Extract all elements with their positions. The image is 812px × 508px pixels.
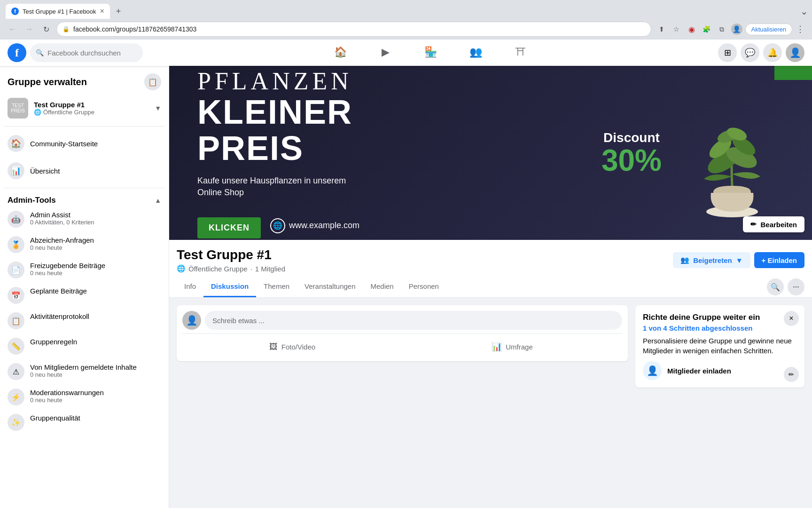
- pending-icon: 📄: [8, 262, 24, 278]
- tab-personen[interactable]: Personen: [401, 277, 446, 297]
- reported-name: Von Mitgliedern gemeldete Inhalte: [30, 363, 137, 371]
- browser-chrome: Test Gruppe #1 | Facebook × + ⌄ ← → ↻ 🔒 …: [0, 0, 812, 40]
- group-actions: 👥 Beigetreten ▼ + Einladen: [673, 252, 804, 268]
- profile-btn[interactable]: 👤: [730, 23, 743, 36]
- tab-list-btn[interactable]: ⌄: [800, 6, 808, 17]
- more-tab-btn[interactable]: ···: [788, 278, 804, 295]
- active-tab[interactable]: Test Gruppe #1 | Facebook ×: [6, 4, 110, 19]
- sidebar-group-name: Test Gruppe #1: [34, 101, 149, 109]
- extension-2-btn[interactable]: 🧩: [700, 23, 713, 36]
- browser-more-btn[interactable]: ⋮: [794, 24, 806, 34]
- nav-video[interactable]: ▶: [363, 40, 408, 66]
- tab-info[interactable]: Info: [177, 277, 203, 297]
- cover-area: PFLANZEN KLEINER PREIS Kaufe unsere Haus…: [169, 66, 812, 240]
- community-icon: 🏠: [8, 135, 24, 152]
- forward-button[interactable]: →: [23, 23, 36, 36]
- post-box: 👤 Schreib etwas ... 🖼 Foto/Video: [177, 305, 628, 361]
- nav-home[interactable]: 🏠: [318, 40, 363, 66]
- admin-tools-title: Admin-Tools: [8, 196, 56, 205]
- search-bar[interactable]: 🔍: [30, 43, 143, 62]
- fb-logo-letter: f: [15, 47, 19, 59]
- admin-tool-assist[interactable]: 🤖 Admin Assist 0 Aktivitäten, 0 Kriterie…: [4, 207, 165, 231]
- address-bar[interactable]: 🔒 facebook.com/groups/1187626598741303: [56, 22, 651, 37]
- sidebar-divider-1: [4, 126, 165, 127]
- cover-website: 🌐 www.example.com: [270, 218, 359, 233]
- nav-groups[interactable]: 👥: [453, 40, 498, 66]
- share-btn[interactable]: ⬆: [655, 23, 668, 36]
- admin-assist-name: Admin Assist: [30, 211, 94, 219]
- invite-button[interactable]: + Einladen: [754, 252, 804, 268]
- admin-tool-badges[interactable]: 🏅 Abzeichen-Anfragen 0 neu heute: [4, 232, 165, 257]
- edit-pencil-icon: ✏: [750, 220, 757, 229]
- sidebar-item-overview[interactable]: 📊 Übersicht: [4, 158, 165, 184]
- cover-preis-text: PREIS: [197, 129, 583, 167]
- apps-btn[interactable]: ⊞: [718, 43, 737, 62]
- community-label: Community-Startseite: [30, 140, 98, 148]
- setup-card-progress: 1 von 4 Schritten abgeschlossen: [643, 324, 797, 332]
- nav-marketplace[interactable]: 🏪: [408, 40, 453, 66]
- admin-tool-activity[interactable]: 📋 Aktivitätenprotokoll: [4, 309, 165, 333]
- tab-themen[interactable]: Themen: [256, 277, 297, 297]
- cover-edit-button[interactable]: ✏ Bearbeiten: [743, 216, 804, 232]
- refresh-button[interactable]: ↻: [39, 23, 53, 36]
- search-input[interactable]: [47, 49, 137, 57]
- admin-tools-toggle[interactable]: ▲: [155, 197, 161, 204]
- search-icon: 🔍: [36, 49, 44, 56]
- tab-medien[interactable]: Medien: [363, 277, 401, 297]
- tab-diskussion[interactable]: Diskussion: [203, 277, 256, 297]
- update-button[interactable]: Aktualisieren: [745, 24, 792, 35]
- umfrage-btn[interactable]: 📊 Umfrage: [402, 338, 622, 356]
- post-input[interactable]: Schreib etwas ...: [205, 311, 622, 330]
- photo-video-btn[interactable]: 🖼 Foto/Video: [182, 338, 402, 356]
- admin-tool-quality[interactable]: ✨ Gruppenqualität: [4, 410, 165, 435]
- new-tab-button[interactable]: +: [112, 5, 125, 18]
- user-avatar[interactable]: 👤: [786, 43, 804, 62]
- photo-video-icon: 🖼: [269, 342, 278, 352]
- fb-nav-actions: ⊞ 💬 🔔 👤: [718, 43, 804, 62]
- admin-tool-pending[interactable]: 📄 Freizugebende Beiträge 0 neu heute: [4, 258, 165, 282]
- admin-tool-reported[interactable]: ⚠ Von Mitgliedern gemeldete Inhalte 0 ne…: [4, 359, 165, 384]
- notifications-btn[interactable]: 🔔: [763, 43, 782, 62]
- fb-logo[interactable]: f: [8, 43, 26, 62]
- admin-tool-moderation[interactable]: ⚡ Moderationswarnungen 0 neu heute: [4, 385, 165, 409]
- admin-assist-sub: 0 Aktivitäten, 0 Kriterien: [30, 219, 94, 226]
- overview-label: Übersicht: [30, 167, 60, 175]
- setup-edit-btn[interactable]: ✏: [784, 367, 799, 382]
- search-tab-btn[interactable]: 🔍: [767, 278, 784, 295]
- cover-right-section: Discount 30%: [601, 130, 662, 175]
- back-button[interactable]: ←: [6, 23, 19, 36]
- nav-gaming[interactable]: ⛩: [498, 40, 543, 66]
- fb-header: f 🔍 🏠 ▶ 🏪 👥 ⛩ ⊞ 💬 🔔 👤: [0, 40, 812, 66]
- split-view-btn[interactable]: ⧉: [715, 23, 728, 36]
- setup-close-btn[interactable]: ×: [784, 311, 799, 326]
- main-content: 👤 Schreib etwas ... 🖼 Foto/Video: [169, 298, 812, 395]
- pending-sub: 0 neu heute: [30, 270, 105, 277]
- admin-tool-scheduled[interactable]: 📅 Geplante Beiträge: [4, 283, 165, 308]
- quality-icon: ✨: [8, 414, 24, 431]
- rules-name: Gruppenregeln: [30, 338, 77, 346]
- tab-close-btn[interactable]: ×: [100, 7, 104, 16]
- right-panel: × Richte deine Gruppe weiter ein 1 von 4…: [635, 305, 804, 388]
- sidebar-item-community[interactable]: 🏠 Community-Startseite: [4, 130, 165, 157]
- tab-bar: Test Gruppe #1 | Facebook × + ⌄: [0, 0, 812, 19]
- joined-button[interactable]: 👥 Beigetreten ▼: [673, 252, 750, 268]
- cover-image: PFLANZEN KLEINER PREIS Kaufe unsere Haus…: [169, 66, 812, 240]
- reported-icon: ⚠: [8, 363, 24, 380]
- umfrage-icon: 📊: [492, 341, 502, 352]
- bookmark-btn[interactable]: ☆: [670, 23, 683, 36]
- messenger-btn[interactable]: 💬: [741, 43, 759, 62]
- cover-content: PFLANZEN KLEINER PREIS Kaufe unsere Haus…: [169, 66, 812, 240]
- tab-veranstaltungen[interactable]: Veranstaltungen: [297, 277, 363, 297]
- group-dropdown-icon[interactable]: ▼: [155, 104, 161, 112]
- sidebar-title: Gruppe verwalten: [8, 77, 87, 87]
- admin-tool-rules[interactable]: 📏 Gruppenregeln: [4, 334, 165, 358]
- sidebar-group-item[interactable]: TESTPREIS Test Gruppe #1 🌐 Öffentliche G…: [4, 94, 165, 122]
- quality-name: Gruppenqualität: [30, 414, 80, 422]
- activity-icon: 📋: [8, 312, 24, 329]
- post-area: 👤 Schreib etwas ... 🖼 Foto/Video: [177, 305, 628, 388]
- klicken-button[interactable]: KLICKEN: [197, 217, 261, 238]
- nav-actions: ⬆ ☆ ◉ 🧩 ⧉ 👤 Aktualisieren ⋮: [655, 23, 806, 36]
- sidebar-layout-btn[interactable]: 📋: [144, 73, 161, 90]
- lock-icon: 🔒: [62, 26, 70, 32]
- extension-1-btn[interactable]: ◉: [685, 23, 698, 36]
